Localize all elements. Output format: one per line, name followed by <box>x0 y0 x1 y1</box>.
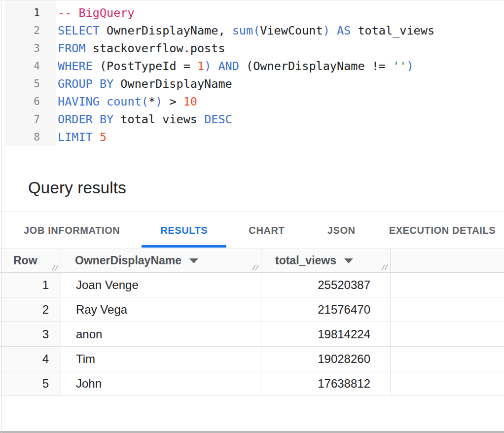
line-number: 3 <box>5 39 56 57</box>
code-token: 5 <box>100 130 107 144</box>
panel-left-border <box>1 0 1 433</box>
code-token: total_views <box>351 24 434 37</box>
tab-json[interactable]: JSON <box>306 212 377 249</box>
results-tab-bar: JOB INFORMATIONRESULTSCHARTJSONEXECUTION… <box>0 212 504 249</box>
code-token: DESC <box>204 112 232 126</box>
code-token: WHERE <box>58 59 93 73</box>
tab-results[interactable]: RESULTS <box>142 212 226 249</box>
column-header-empty <box>391 249 504 272</box>
owner-display-name-cell: John <box>61 371 261 396</box>
row-number-cell: 3 <box>0 322 61 346</box>
owner-display-name-cell: Joan Venge <box>61 273 261 297</box>
sql-editor[interactable]: 12345678 -- BigQuerySELECT OwnerDisplayN… <box>0 0 504 164</box>
code-token: AS <box>337 24 351 37</box>
owner-display-name-cell: Tim <box>61 347 261 371</box>
resize-grip-icon[interactable] <box>380 264 388 271</box>
code-token <box>211 59 218 73</box>
code-line[interactable]: HAVING count(*) > 10 <box>58 93 504 110</box>
column-header-ownerdisplayname[interactable]: OwnerDisplayName <box>61 249 261 272</box>
code-token <box>100 95 107 108</box>
code-token: count( <box>107 95 148 108</box>
tab-chart[interactable]: CHART <box>231 212 302 249</box>
horizontal-scrollbar[interactable] <box>0 431 504 433</box>
code-token: SELECT <box>58 24 100 37</box>
empty-cell <box>391 297 504 322</box>
sql-code-area[interactable]: -- BigQuerySELECT OwnerDisplayName, sum(… <box>58 4 504 146</box>
row-number-cell: 4 <box>0 347 61 371</box>
column-header-total_views[interactable]: total_views <box>261 249 391 272</box>
code-token: * <box>148 95 155 108</box>
code-token <box>93 130 100 144</box>
total-views-cell: 21576470 <box>261 297 391 322</box>
code-token: -- BigQuery <box>58 6 135 20</box>
owner-display-name-cell: Ray Vega <box>61 297 261 322</box>
row-number-cell: 2 <box>0 297 61 322</box>
column-header-label: Row <box>13 254 37 267</box>
total-views-cell: 19028260 <box>261 347 391 371</box>
code-line[interactable]: ORDER BY total_views DESC <box>58 110 504 128</box>
empty-cell <box>391 322 504 346</box>
owner-display-name-cell: anon <box>61 322 261 346</box>
empty-cell <box>391 371 504 396</box>
code-token <box>330 24 337 37</box>
resize-grip-icon[interactable] <box>51 264 59 271</box>
table-row: 1Joan Venge25520387 <box>0 273 504 297</box>
code-token: AND <box>218 59 239 73</box>
resize-grip-icon[interactable] <box>251 264 259 271</box>
empty-cell <box>391 347 504 371</box>
results-table: RowOwnerDisplayNametotal_views 1Joan Ven… <box>0 249 504 396</box>
tab-job-information[interactable]: JOB INFORMATION <box>12 212 132 249</box>
code-token: '' <box>393 59 406 73</box>
query-results-title: Query results <box>28 179 126 197</box>
code-line[interactable]: WHERE (PostTypeId = 1) AND (OwnerDisplay… <box>58 57 504 75</box>
code-line[interactable]: FROM stackoverflow.posts <box>58 39 504 57</box>
code-line[interactable]: GROUP BY OwnerDisplayName <box>58 75 504 93</box>
query-results-header: Query results <box>0 164 504 212</box>
code-token: (PostTypeId = <box>93 59 197 73</box>
line-number: 4 <box>5 57 56 75</box>
code-token: LIMIT <box>58 130 93 144</box>
total-views-cell: 19814224 <box>261 322 391 346</box>
code-line[interactable]: SELECT OwnerDisplayName, sum(ViewCount) … <box>58 22 504 39</box>
code-token: ) <box>204 59 211 73</box>
total-views-cell: 17638812 <box>261 371 391 396</box>
column-header-label: total_views <box>275 254 336 267</box>
code-token: sum( <box>232 24 260 37</box>
column-header-label: OwnerDisplayName <box>75 254 181 267</box>
column-header-row[interactable]: Row <box>0 249 61 272</box>
results-table-header-row: RowOwnerDisplayNametotal_views <box>0 249 504 273</box>
triangle-down-icon[interactable] <box>189 258 198 263</box>
table-row: 3anon19814224 <box>0 322 504 347</box>
code-token: GROUP BY <box>58 77 113 91</box>
code-token: ) <box>155 95 162 108</box>
line-number: 7 <box>5 110 56 128</box>
code-token: stackoverflow.posts <box>86 41 225 55</box>
code-token: HAVING <box>58 95 100 108</box>
code-token: ORDER BY <box>58 112 113 126</box>
code-token: ) <box>323 24 330 37</box>
total-views-cell: 25520387 <box>261 273 391 297</box>
table-row: 4Tim19028260 <box>0 347 504 371</box>
row-number-cell: 5 <box>0 371 61 396</box>
editor-line-number-gutter: 12345678 <box>5 0 56 146</box>
code-token: 1 <box>197 59 204 73</box>
code-token: 10 <box>183 95 197 108</box>
code-line[interactable]: LIMIT 5 <box>58 128 504 146</box>
code-token: (OwnerDisplayName != <box>239 59 393 73</box>
triangle-down-icon[interactable] <box>344 258 353 263</box>
code-token: total_views <box>113 112 204 126</box>
code-token: OwnerDisplayName, <box>100 24 232 37</box>
line-number: 2 <box>5 22 56 39</box>
tab-execution-details[interactable]: EXECUTION DETAILS <box>381 212 504 249</box>
code-line[interactable]: -- BigQuery <box>58 4 504 22</box>
code-token: > <box>162 95 183 108</box>
line-number: 6 <box>5 93 56 110</box>
code-token: ) <box>406 59 413 73</box>
line-number: 8 <box>5 128 56 146</box>
code-token: OwnerDisplayName <box>113 77 232 91</box>
line-number: 5 <box>5 75 56 93</box>
table-row: 5John17638812 <box>0 371 504 396</box>
line-number: 1 <box>5 4 56 22</box>
empty-cell <box>391 273 504 297</box>
code-token: FROM <box>58 41 86 55</box>
